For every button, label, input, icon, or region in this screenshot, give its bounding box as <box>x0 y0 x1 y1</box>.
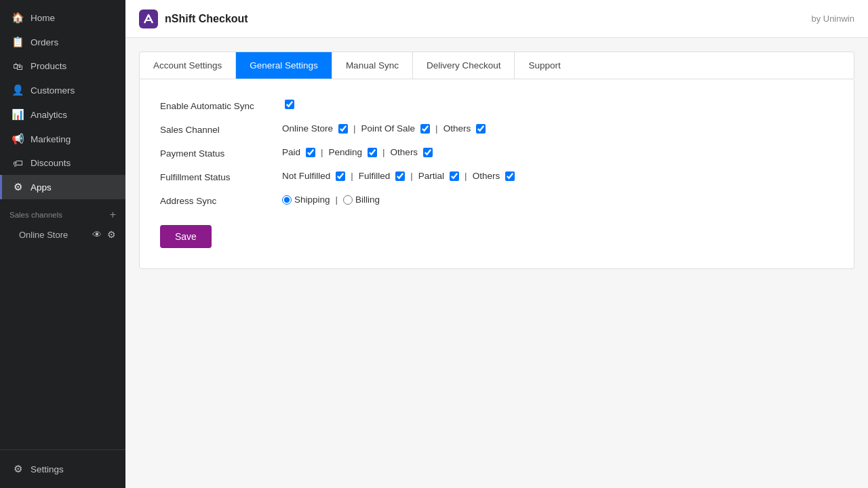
app-logo-icon <box>139 9 158 28</box>
sidebar-item-discounts[interactable]: 🏷 Discounts <box>0 151 125 175</box>
sales-channels-label: Sales channels <box>9 211 62 219</box>
sales-channel-pos-checkbox[interactable] <box>420 124 430 134</box>
eye-icon[interactable]: 👁 <box>92 229 102 240</box>
address-sync-row: Address Sync Shipping | Billing <box>160 195 833 206</box>
settings-label: Settings <box>31 464 64 474</box>
enable-auto-sync-label: Enable Automatic Sync <box>160 100 269 111</box>
sidebar-item-label-customers: Customers <box>31 85 75 96</box>
topbar: nShift Checkout by Uninwin <box>125 0 868 38</box>
tab-general-settings[interactable]: General Settings <box>236 52 332 79</box>
online-store-icons: 👁 ⚙ <box>92 229 116 240</box>
sidebar-item-label-products: Products <box>31 61 66 71</box>
payment-status-others-checkbox[interactable] <box>423 148 433 157</box>
sidebar: 🏠 Home 📋 Orders 🛍 Products 👤 Customers 📊… <box>0 0 125 488</box>
address-sync-shipping-radio[interactable] <box>282 195 292 205</box>
settings-panel: Enable Automatic Sync Sales Channel Onli… <box>139 79 854 269</box>
enable-auto-sync-checkbox[interactable] <box>285 100 294 109</box>
fulfillment-fulfilled-checkbox[interactable] <box>395 171 405 181</box>
fulfillment-others[interactable]: Others <box>473 171 515 181</box>
fulfillment-partial-checkbox[interactable] <box>450 171 459 181</box>
app-title: nShift Checkout <box>139 9 248 28</box>
enable-auto-sync-value <box>282 100 294 109</box>
app-name-text: nShift Checkout <box>165 13 248 25</box>
sidebar-item-marketing[interactable]: 📢 Marketing <box>0 127 125 151</box>
sales-channel-label: Sales Channel <box>160 123 269 135</box>
marketing-icon: 📢 <box>12 133 24 145</box>
orders-icon: 📋 <box>12 36 24 48</box>
tabs-bar: Account SettingsGeneral SettingsManual S… <box>139 52 854 79</box>
settings-small-icon[interactable]: ⚙ <box>107 229 116 240</box>
sales-channel-point-of-sale[interactable]: Point Of Sale <box>361 123 431 134</box>
sidebar-item-products[interactable]: 🛍 Products <box>0 54 125 78</box>
tab-account-settings[interactable]: Account Settings <box>140 52 236 79</box>
sidebar-item-home[interactable]: 🏠 Home <box>0 5 125 30</box>
discounts-icon: 🏷 <box>12 157 24 169</box>
fulfillment-partial[interactable]: Partial <box>418 171 459 181</box>
payment-status-row: Payment Status Paid | Pending | Others <box>160 147 833 159</box>
fulfillment-others-checkbox[interactable] <box>505 171 515 181</box>
tab-manual-sync[interactable]: Manual Sync <box>332 52 413 79</box>
fulfillment-status-value: Not Fulfilled | Fulfilled | Partial | <box>282 171 515 181</box>
sales-channel-value: Online Store | Point Of Sale | Others <box>282 123 486 134</box>
payment-status-pending-checkbox[interactable] <box>368 148 377 157</box>
address-sync-value: Shipping | Billing <box>282 195 380 205</box>
sidebar-item-orders[interactable]: 📋 Orders <box>0 30 125 54</box>
customers-icon: 👤 <box>12 84 24 96</box>
sales-channels-section: Sales channels + <box>0 199 125 224</box>
sales-channel-online-store[interactable]: Online Store <box>282 123 348 134</box>
home-icon: 🏠 <box>12 12 24 24</box>
fulfillment-status-label: Fulfillment Status <box>160 171 269 182</box>
svg-rect-0 <box>139 9 158 28</box>
sidebar-item-label-discounts: Discounts <box>31 158 71 168</box>
sales-channel-row: Sales Channel Online Store | Point Of Sa… <box>160 123 833 135</box>
address-sync-label: Address Sync <box>160 195 269 206</box>
sales-channel-others[interactable]: Others <box>443 123 486 134</box>
fulfillment-not-fulfilled-checkbox[interactable] <box>336 171 345 181</box>
sidebar-item-label-apps: Apps <box>31 182 52 192</box>
sidebar-item-label-marketing: Marketing <box>31 134 71 144</box>
sidebar-item-online-store[interactable]: Online Store 👁 ⚙ <box>0 224 125 245</box>
payment-status-others[interactable]: Others <box>391 147 433 157</box>
products-icon: 🛍 <box>12 60 24 72</box>
payment-status-label: Payment Status <box>160 147 269 159</box>
sidebar-item-settings[interactable]: ⚙ Settings <box>0 457 125 481</box>
fulfillment-status-row: Fulfillment Status Not Fulfilled | Fulfi… <box>160 171 833 182</box>
sidebar-item-label-analytics: Analytics <box>31 110 67 120</box>
payment-status-value: Paid | Pending | Others <box>282 147 433 157</box>
save-button[interactable]: Save <box>160 225 212 248</box>
payment-status-pending[interactable]: Pending <box>329 147 378 157</box>
by-label: by Uninwin <box>811 14 854 24</box>
fulfillment-not-fulfilled[interactable]: Not Fulfilled <box>282 171 345 181</box>
content-area: Account SettingsGeneral SettingsManual S… <box>125 38 868 488</box>
sidebar-item-customers[interactable]: 👤 Customers <box>0 78 125 102</box>
sidebar-item-label-orders: Orders <box>31 37 58 47</box>
sidebar-bottom: ⚙ Settings <box>0 449 125 488</box>
analytics-icon: 📊 <box>12 108 24 121</box>
add-sales-channel-icon[interactable]: + <box>110 209 116 221</box>
address-sync-shipping[interactable]: Shipping <box>282 195 330 205</box>
online-store-label: Online Store <box>19 230 68 240</box>
address-sync-billing[interactable]: Billing <box>343 195 380 205</box>
enable-auto-sync-row: Enable Automatic Sync <box>160 100 833 111</box>
sidebar-scroll: 🏠 Home 📋 Orders 🛍 Products 👤 Customers 📊… <box>0 0 125 449</box>
sidebar-item-analytics[interactable]: 📊 Analytics <box>0 102 125 127</box>
settings-icon: ⚙ <box>12 463 24 475</box>
sidebar-item-apps[interactable]: ⚙ Apps <box>0 175 125 199</box>
payment-status-paid[interactable]: Paid <box>282 147 315 157</box>
tab-delivery-checkout[interactable]: Delivery Checkout <box>413 52 515 79</box>
sales-channel-others-checkbox[interactable] <box>476 124 486 134</box>
payment-status-paid-checkbox[interactable] <box>306 148 315 157</box>
tab-support[interactable]: Support <box>515 52 574 79</box>
address-sync-billing-radio[interactable] <box>343 195 353 205</box>
sidebar-item-label-home: Home <box>31 13 55 23</box>
sales-channel-online-store-checkbox[interactable] <box>338 124 348 134</box>
main-area: nShift Checkout by Uninwin Account Setti… <box>125 0 868 488</box>
fulfillment-fulfilled[interactable]: Fulfilled <box>359 171 406 181</box>
apps-icon: ⚙ <box>12 181 24 193</box>
